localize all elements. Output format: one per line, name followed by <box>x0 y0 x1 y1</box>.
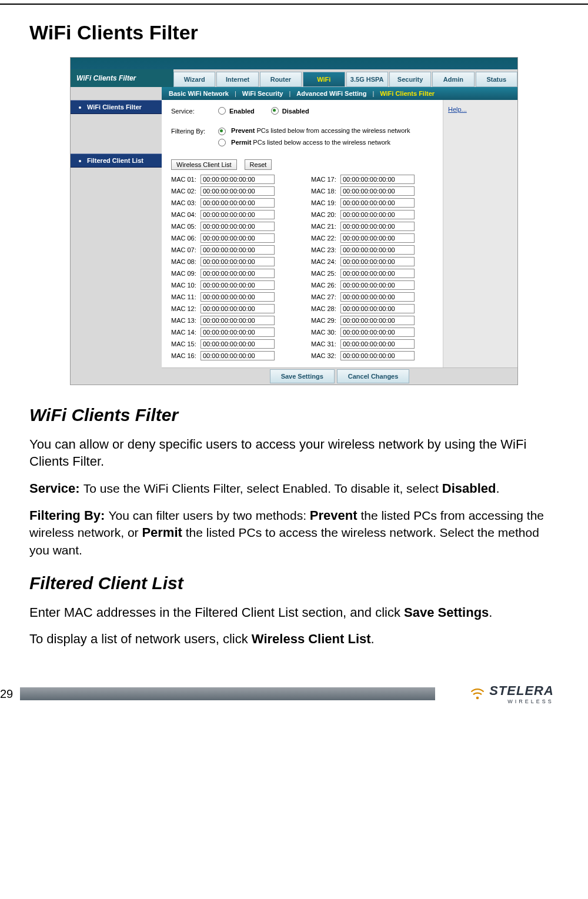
radio-enabled[interactable]: Enabled <box>218 107 255 115</box>
subtab-wifi-security[interactable]: WiFi Security <box>242 90 283 97</box>
subtab-basic-wifi-network[interactable]: Basic WiFi Network <box>169 90 229 97</box>
mac-input-24[interactable] <box>340 257 415 266</box>
mac-input-16[interactable] <box>201 351 275 360</box>
reset-button[interactable]: Reset <box>245 159 272 170</box>
mac-row-13: MAC 13: <box>171 316 293 325</box>
mac-row-14: MAC 14: <box>171 327 293 337</box>
mac-row-2: MAC 02: <box>171 186 293 196</box>
mac-label: MAC 08: <box>171 258 201 265</box>
mac-label: MAC 23: <box>311 246 340 253</box>
radio-disabled[interactable]: Disabled <box>271 107 309 115</box>
section-heading-filter: WiFi Clients Filter <box>29 405 559 425</box>
mac-row-27: MAC 27: <box>311 292 433 302</box>
mac-label: MAC 25: <box>311 270 340 277</box>
mac-input-17[interactable] <box>340 175 415 184</box>
mac-row-8: MAC 08: <box>171 257 293 266</box>
mac-label: MAC 32: <box>311 352 340 359</box>
mac-label: MAC 01: <box>171 176 201 183</box>
mac-input-26[interactable] <box>340 280 415 290</box>
mac-label: MAC 04: <box>171 211 201 218</box>
radio-permit[interactable]: Permit PCs listed below access to the wi… <box>218 137 433 149</box>
tab-3-5g-hspa[interactable]: 3.5G HSPA <box>346 72 388 87</box>
subtab-advanced-wifi-setting[interactable]: Advanced WiFi Setting <box>296 90 366 97</box>
page-number: 29 <box>0 687 20 701</box>
brand-logo: STELERA WIRELESS <box>435 683 588 704</box>
mac-input-2[interactable] <box>201 186 275 196</box>
mac-input-6[interactable] <box>201 233 275 243</box>
footer-bar <box>20 687 435 700</box>
mac-row-22: MAC 22: <box>311 233 433 243</box>
tab-wizard[interactable]: Wizard <box>173 72 215 87</box>
mac-input-5[interactable] <box>201 222 275 231</box>
tab-admin[interactable]: Admin <box>432 72 474 87</box>
mac-input-3[interactable] <box>201 198 275 208</box>
mac-label: MAC 12: <box>171 305 201 312</box>
mac-label: MAC 26: <box>311 282 340 289</box>
mac-input-10[interactable] <box>201 280 275 290</box>
mac-input-8[interactable] <box>201 257 275 266</box>
mac-input-32[interactable] <box>340 351 415 360</box>
mac-label: MAC 17: <box>311 176 340 183</box>
mac-input-9[interactable] <box>201 269 275 278</box>
mac-label: MAC 16: <box>171 352 201 359</box>
mac-input-13[interactable] <box>201 316 275 325</box>
mac-input-7[interactable] <box>201 245 275 255</box>
mac-input-31[interactable] <box>340 339 415 349</box>
sidebar-head-filter: WiFi Clients Filter <box>71 100 162 114</box>
mac-row-23: MAC 23: <box>311 245 433 255</box>
mac-input-4[interactable] <box>201 210 275 219</box>
cancel-changes-button[interactable]: Cancel Changes <box>337 369 410 383</box>
mac-input-11[interactable] <box>201 292 275 302</box>
mac-row-25: MAC 25: <box>311 269 433 278</box>
mac-row-24: MAC 24: <box>311 257 433 266</box>
tab-security[interactable]: Security <box>389 72 431 87</box>
paragraph-service: Service: To use the WiFi Clients Filter,… <box>29 480 559 497</box>
mac-input-12[interactable] <box>201 304 275 313</box>
section-heading-list: Filtered Client List <box>29 573 559 593</box>
mac-input-25[interactable] <box>340 269 415 278</box>
mac-row-16: MAC 16: <box>171 351 293 360</box>
save-settings-button[interactable]: Save Settings <box>270 369 335 383</box>
mac-input-22[interactable] <box>340 233 415 243</box>
svg-point-0 <box>476 697 479 700</box>
mac-input-20[interactable] <box>340 210 415 219</box>
mac-input-29[interactable] <box>340 316 415 325</box>
tab-status[interactable]: Status <box>476 72 517 87</box>
mac-input-27[interactable] <box>340 292 415 302</box>
mac-input-30[interactable] <box>340 327 415 337</box>
mac-input-21[interactable] <box>340 222 415 231</box>
mac-label: MAC 07: <box>171 246 201 253</box>
radio-prevent[interactable]: Prevent PCs listed below from accessing … <box>218 125 433 137</box>
page-title: WiFi Clients Filter <box>29 21 559 44</box>
mac-label: MAC 02: <box>171 188 201 195</box>
router-ui-screenshot: WiFi Clients Filter WizardInternetRouter… <box>70 57 518 385</box>
tab-internet[interactable]: Internet <box>216 72 258 87</box>
help-link[interactable]: Help... <box>448 106 467 113</box>
mac-input-19[interactable] <box>340 198 415 208</box>
tab-wifi[interactable]: WiFi <box>303 72 345 87</box>
paragraph-intro: You can allow or deny specific users to … <box>29 436 559 470</box>
subtab-wifi-clients-filter[interactable]: WiFi Clients Filter <box>380 90 435 97</box>
mac-label: MAC 27: <box>311 293 340 300</box>
mac-row-31: MAC 31: <box>311 339 433 349</box>
mac-row-5: MAC 05: <box>171 222 293 231</box>
mac-row-19: MAC 19: <box>311 198 433 208</box>
filtering-label: Filtering By: <box>171 128 218 135</box>
mac-input-18[interactable] <box>340 186 415 196</box>
sidebar-head-list: Filtered Client List <box>71 153 162 168</box>
mac-row-6: MAC 06: <box>171 233 293 243</box>
mac-label: MAC 28: <box>311 305 340 312</box>
mac-label: MAC 20: <box>311 211 340 218</box>
tab-router[interactable]: Router <box>260 72 302 87</box>
mac-input-23[interactable] <box>340 245 415 255</box>
mac-input-14[interactable] <box>201 327 275 337</box>
mac-label: MAC 09: <box>171 270 201 277</box>
mac-input-28[interactable] <box>340 304 415 313</box>
mac-row-15: MAC 15: <box>171 339 293 349</box>
mac-input-15[interactable] <box>201 339 275 349</box>
mac-input-1[interactable] <box>201 175 275 184</box>
mac-label: MAC 21: <box>311 223 340 230</box>
mac-label: MAC 14: <box>171 329 201 336</box>
wireless-client-list-button[interactable]: Wireless Client List <box>171 159 237 170</box>
mac-label: MAC 19: <box>311 199 340 206</box>
